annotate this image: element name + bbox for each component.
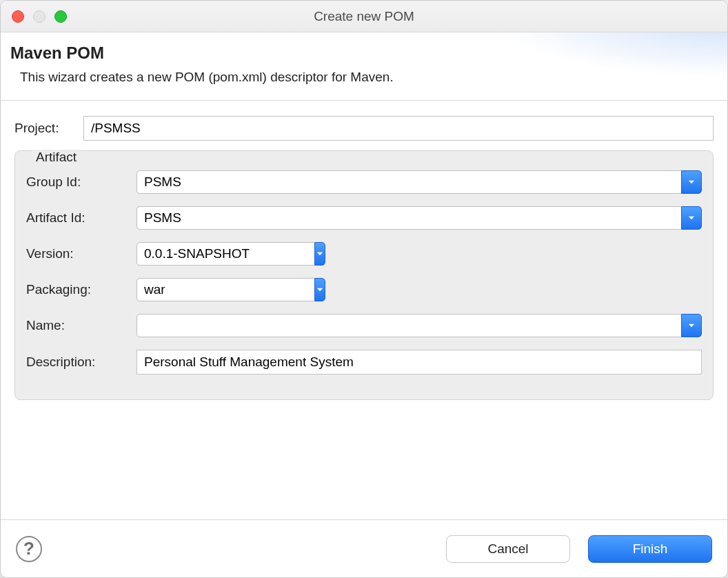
group-id-label: Group Id:	[26, 175, 130, 190]
name-dropdown-button[interactable]	[681, 314, 702, 337]
version-dropdown-button[interactable]	[314, 242, 325, 266]
name-combo	[136, 314, 702, 337]
group-id-input[interactable]	[136, 170, 681, 194]
version-combo	[136, 242, 320, 266]
artifact-id-input[interactable]	[136, 206, 681, 230]
packaging-label: Packaging:	[26, 282, 130, 297]
description-input[interactable]	[136, 350, 702, 375]
group-id-combo	[136, 170, 702, 194]
wizard-description: This wizard creates a new POM (pom.xml) …	[20, 70, 709, 85]
cancel-button[interactable]: Cancel	[446, 535, 570, 563]
zoom-window-icon[interactable]	[54, 10, 67, 23]
minimize-window-icon	[33, 10, 46, 23]
chevron-down-icon	[687, 177, 696, 187]
artifact-id-dropdown-button[interactable]	[681, 206, 702, 230]
finish-button[interactable]: Finish	[588, 535, 712, 563]
artifact-id-combo	[136, 206, 702, 230]
version-label: Version:	[26, 246, 130, 261]
chevron-down-icon	[315, 249, 325, 259]
wizard-body: Project: Artifact Group Id: Artifact Id:	[1, 101, 727, 519]
name-input[interactable]	[136, 314, 681, 337]
chevron-down-icon	[687, 321, 696, 330]
version-input[interactable]	[136, 242, 314, 266]
artifact-group: Artifact Group Id: Artifact Id: Versi	[14, 150, 714, 400]
dialog-window: Create new POM Maven POM This wizard cre…	[0, 0, 728, 578]
group-id-dropdown-button[interactable]	[681, 170, 702, 194]
packaging-dropdown-button[interactable]	[314, 278, 325, 301]
close-window-icon[interactable]	[12, 10, 24, 23]
chevron-down-icon	[687, 213, 696, 223]
artifact-legend: Artifact	[32, 150, 81, 165]
project-input[interactable]	[83, 116, 714, 141]
wizard-header: Maven POM This wizard creates a new POM …	[1, 32, 727, 101]
project-row: Project:	[14, 116, 714, 141]
wizard-title: Maven POM	[10, 43, 709, 63]
wizard-footer: ? Cancel Finish	[1, 519, 727, 577]
window-controls	[12, 10, 67, 23]
titlebar: Create new POM	[1, 1, 727, 32]
description-label: Description:	[26, 355, 130, 370]
help-icon[interactable]: ?	[16, 536, 42, 562]
project-label: Project:	[14, 121, 74, 136]
dialog-title: Create new POM	[314, 9, 414, 24]
artifact-id-label: Artifact Id:	[26, 210, 130, 226]
packaging-input[interactable]	[136, 278, 314, 301]
chevron-down-icon	[315, 285, 325, 295]
packaging-combo	[136, 278, 320, 301]
name-label: Name:	[26, 318, 130, 333]
